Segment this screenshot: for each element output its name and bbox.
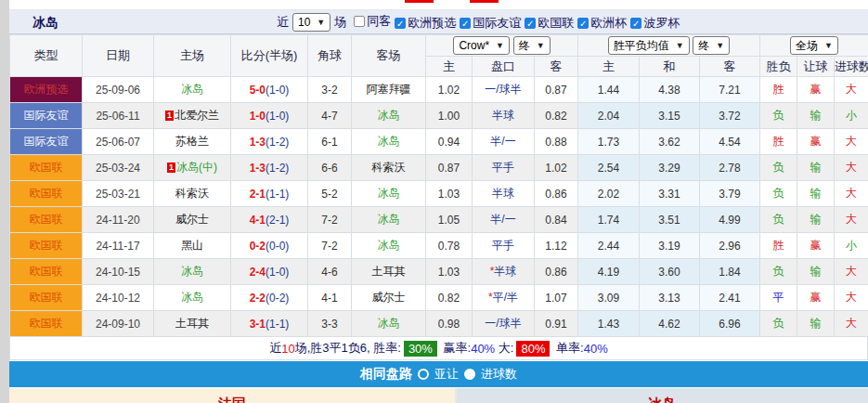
handicap-group-header: Crow*▼ 终▼ — [426, 35, 578, 57]
home-team-link[interactable]: 1北爱尔兰 — [154, 103, 231, 129]
away-team-link[interactable]: 冰岛 — [352, 233, 426, 259]
odds-home: 2.54 — [578, 155, 640, 181]
checkbox-checked-icon[interactable]: ✓ — [525, 18, 536, 29]
handicap-result: 输 — [797, 103, 835, 129]
checkbox-checked-icon[interactable]: ✓ — [577, 18, 589, 29]
corner-score: 4-7 — [308, 103, 352, 129]
handicap-away-odds: 0.86 — [535, 259, 578, 285]
checkbox-checked-icon[interactable]: ✓ — [460, 18, 471, 29]
away-team-link[interactable]: 冰岛 — [352, 181, 426, 207]
match-row: 欧国联24-10-12冰岛2-2(0-2)4-1威尔士0.82*平/半1.073… — [10, 285, 868, 311]
handicap-stage-select[interactable]: 终▼ — [513, 36, 551, 55]
match-type-badge: 欧国联 — [10, 155, 83, 181]
home-team-link[interactable]: 科索沃 — [154, 181, 231, 207]
home-team-link[interactable]: 土耳其 — [154, 311, 231, 337]
home-team-link[interactable]: 冰岛 — [154, 285, 231, 311]
corner-score: 6-1 — [308, 129, 352, 155]
summary-text: 大: — [495, 340, 513, 357]
score-link[interactable]: 1-0(1-0) — [231, 103, 308, 129]
winlose-result: 胜 — [760, 233, 797, 259]
away-team-link[interactable]: 威尔士 — [352, 285, 426, 311]
radio-option-进球数[interactable]: 进球数 — [481, 366, 517, 383]
home-team-link[interactable]: 威尔士 — [154, 207, 231, 233]
handicap-home-odds: 1.03 — [426, 259, 473, 285]
odds-type-select[interactable]: 胜平负均值▼ — [608, 36, 690, 55]
home-team-name: 土耳其 — [175, 317, 209, 330]
away-team-link[interactable]: 土耳其 — [352, 259, 426, 285]
handicap-home-odds: 1.00 — [426, 103, 473, 129]
away-team-link[interactable]: 科索沃 — [352, 155, 426, 181]
period-select[interactable]: 全场▼ — [790, 36, 838, 55]
half-score: (1-2) — [266, 162, 289, 175]
odds-home: 4.19 — [578, 259, 640, 285]
checkbox-unchecked-icon[interactable] — [354, 16, 365, 27]
competition-checkbox-同客[interactable]: 同客 — [354, 13, 391, 30]
competition-checkbox-波罗杯[interactable]: ✓波罗杯 — [630, 15, 680, 32]
half-score: (1-2) — [266, 136, 289, 149]
radio-selected-icon[interactable] — [464, 369, 475, 380]
home-team-name: 冰岛 — [181, 291, 203, 304]
competition-checkbox-国际友谊[interactable]: ✓国际友谊 — [460, 15, 521, 32]
away-team-name: 阿塞拜疆 — [367, 83, 411, 96]
home-team-link[interactable]: 冰岛 — [154, 77, 231, 103]
winlose-result: 负 — [760, 259, 797, 285]
col-header-corner: 角球 — [308, 35, 352, 77]
away-team-link[interactable]: 冰岛 — [352, 103, 426, 129]
away-team-link[interactable]: 冰岛 — [352, 129, 426, 155]
full-score: 1-3 — [250, 162, 266, 175]
radio-unselected-icon[interactable] — [418, 369, 429, 380]
handicap-result: 赢 — [797, 285, 835, 311]
winlose-result: 负 — [760, 181, 797, 207]
away-team-link[interactable]: 阿塞拜疆 — [352, 77, 426, 103]
odds-stage-select[interactable]: 终▼ — [693, 36, 730, 55]
away-team-link[interactable]: 冰岛 — [352, 311, 426, 337]
handicap-home-odds: 0.98 — [426, 311, 473, 337]
score-link[interactable]: 4-1(2-1) — [231, 207, 308, 233]
handicap-result: 赢 — [797, 77, 835, 103]
checkbox-checked-icon[interactable]: ✓ — [630, 18, 641, 29]
checkbox-label: 欧洲杯 — [590, 15, 627, 32]
home-team-link[interactable]: 黑山 — [154, 233, 231, 259]
handicap-result: 输 — [797, 311, 835, 337]
score-link[interactable]: 3-1(1-1) — [231, 311, 308, 337]
odds-home: 1.73 — [578, 129, 640, 155]
score-link[interactable]: 1-3(1-2) — [231, 155, 308, 181]
odds-draw: 3.19 — [640, 233, 700, 259]
odds-away: 6.96 — [700, 311, 760, 337]
odds-draw: 3.29 — [640, 155, 700, 181]
home-team-link[interactable]: 1冰岛(中) — [154, 155, 231, 181]
filter-bar: 冰岛 近 10▼ 场 同客✓欧洲预选✓国际友谊✓欧国联✓欧洲杯✓波罗杯 — [9, 10, 868, 34]
handicap-away-odds: 0.87 — [535, 77, 578, 103]
home-team-link[interactable]: 苏格兰 — [154, 129, 231, 155]
home-team-link[interactable]: 冰岛 — [154, 259, 231, 285]
away-team-name: 科索沃 — [372, 161, 406, 174]
score-link[interactable]: 1-3(1-2) — [231, 129, 308, 155]
checkbox-checked-icon[interactable]: ✓ — [395, 18, 406, 29]
half-score: (0-0) — [266, 240, 289, 253]
score-link[interactable]: 5-0(1-0) — [231, 77, 308, 103]
score-link[interactable]: 2-2(0-2) — [231, 285, 308, 311]
recent-count-select[interactable]: 10▼ — [292, 13, 330, 32]
bookmaker-select[interactable]: Crow*▼ — [453, 36, 510, 55]
match-type-badge: 欧国联 — [10, 311, 83, 337]
winlose-result: 平 — [760, 285, 797, 311]
goals-result: 大 — [835, 129, 868, 155]
match-date: 24-11-20 — [83, 207, 154, 233]
corner-score: 6-6 — [308, 155, 352, 181]
handicap-result: 输 — [797, 155, 835, 181]
radio-option-亚让[interactable]: 亚让 — [434, 366, 459, 383]
summary-text: 赢率: — [440, 340, 471, 357]
score-link[interactable]: 0-2(0-0) — [231, 233, 308, 259]
away-team-link[interactable]: 冰岛 — [352, 207, 426, 233]
competition-checkbox-欧洲预选[interactable]: ✓欧洲预选 — [395, 15, 456, 32]
rank-badge: 1 — [165, 110, 174, 121]
odds-away: 2.41 — [700, 285, 760, 311]
home-team-name: 黑山 — [181, 239, 203, 252]
competition-checkbox-欧国联[interactable]: ✓欧国联 — [525, 15, 574, 32]
half-score: (2-1) — [266, 214, 289, 227]
score-link[interactable]: 2-1(1-1) — [231, 181, 308, 207]
winlose-result: 负 — [760, 155, 797, 181]
competition-checkbox-欧洲杯[interactable]: ✓欧洲杯 — [577, 15, 627, 32]
score-link[interactable]: 2-4(1-0) — [231, 259, 308, 285]
full-score: 2-1 — [250, 188, 266, 201]
